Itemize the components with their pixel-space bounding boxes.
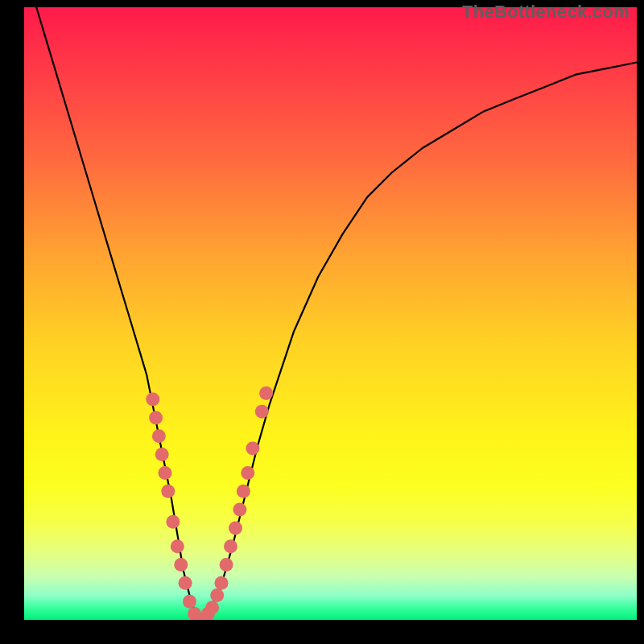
data-point <box>241 466 254 480</box>
data-points <box>146 386 273 620</box>
data-point <box>237 485 250 498</box>
chart-frame: TheBottleneck.com <box>0 0 644 644</box>
data-point <box>171 539 184 553</box>
data-point <box>149 411 163 424</box>
data-point <box>155 448 169 461</box>
data-point <box>183 595 196 609</box>
data-point <box>161 485 175 498</box>
data-point <box>233 503 246 517</box>
data-point <box>174 558 188 572</box>
data-point <box>205 601 219 614</box>
data-point <box>166 515 180 529</box>
chart-svg <box>24 7 637 620</box>
plot-area <box>24 7 637 620</box>
data-point <box>159 466 172 480</box>
data-point <box>210 588 224 602</box>
data-point <box>146 393 159 407</box>
data-point <box>229 521 242 535</box>
bottleneck-curve <box>36 7 637 620</box>
data-point <box>246 441 259 455</box>
data-point <box>179 576 192 590</box>
data-point <box>224 539 237 553</box>
data-point <box>220 558 233 572</box>
data-point <box>259 386 273 400</box>
data-point <box>215 576 229 590</box>
watermark-text: TheBottleneck.com <box>462 2 630 23</box>
data-point <box>255 405 269 419</box>
data-point <box>152 429 166 443</box>
